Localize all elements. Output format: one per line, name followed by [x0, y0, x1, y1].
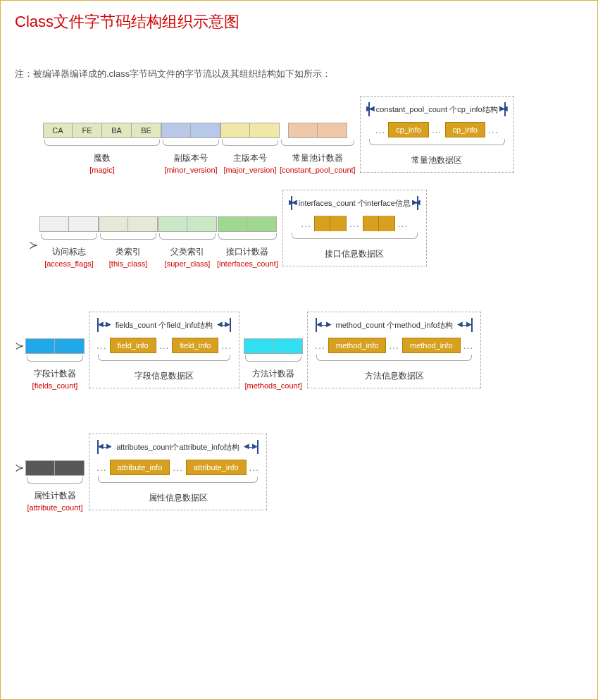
- interface-item: [314, 216, 347, 231]
- label-cn: 字段计数器: [34, 368, 76, 380]
- bar-label: constant_pool_count 个cp_info结构: [376, 104, 498, 115]
- interfaces-area: interfaces_count 个interface信息 ... ... ..…: [282, 190, 427, 266]
- major-byte: [250, 123, 280, 138]
- label-cn: 访问标志: [52, 246, 86, 258]
- block-magic: CA FE BA BE 魔数 [magic]: [43, 123, 161, 174]
- ifcount-byte: [247, 216, 277, 232]
- method-info-item: method_info: [402, 338, 461, 353]
- label-cn: 接口计数器: [226, 246, 268, 258]
- cpcount-byte: [318, 123, 347, 138]
- area-label: 方法信息数据区: [365, 370, 424, 382]
- label-cn: 类索引: [116, 246, 141, 258]
- label-en: [super_class]: [165, 259, 211, 268]
- row-4: ≻ 属性计数器 [attribute_count] attributes_cou…: [15, 439, 583, 512]
- block-cp-count: 常量池计数器 [constant_pool_count]: [280, 123, 356, 174]
- this-byte: [99, 216, 128, 232]
- bar-label: fields_count 个field_info结构: [116, 320, 213, 331]
- fields-area: fields_count 个field_info结构 ... field_inf…: [89, 312, 239, 388]
- access-byte: [39, 216, 69, 232]
- row-2: ≻ 访问标志 [access_flags] 类索引 [this_class]: [29, 216, 583, 268]
- area-label: 接口信息数据区: [325, 248, 384, 260]
- label-cn: 属性计数器: [34, 490, 76, 502]
- block-attributes-count: 属性计数器 [attribute_count]: [25, 460, 85, 512]
- block-fields-count: 字段计数器 [fields_count]: [25, 338, 85, 390]
- range-arrow: fields_count 个field_info结构: [96, 318, 232, 332]
- acount-byte: [55, 460, 85, 476]
- magic-byte: BE: [132, 123, 161, 138]
- range-arrow: attributes_count个attribute_info结构: [96, 440, 259, 454]
- fcount-byte: [25, 338, 55, 354]
- label-en: [attribute_count]: [27, 503, 83, 512]
- range-arrow: constant_pool_count 个cp_info结构: [368, 102, 506, 116]
- constant-pool-area: constant_pool_count 个cp_info结构 ... cp_in…: [360, 96, 514, 173]
- label-cn: 父类索引: [170, 246, 204, 258]
- mcount-byte: [244, 338, 273, 354]
- ellipsis-icon: ...: [315, 340, 325, 351]
- acount-byte: [25, 460, 55, 476]
- major-byte: [220, 123, 250, 138]
- method-info-item: method_info: [328, 338, 387, 353]
- super-byte: [158, 216, 187, 232]
- diagram-note: 注：被编译器编译成的.class字节码文件的字节流以及其组织结构如下如所示：: [15, 68, 583, 80]
- diagram-page: Class文件字节码结构组织示意图 注：被编译器编译成的.class字节码文件的…: [0, 0, 598, 700]
- interface-item: [363, 216, 395, 231]
- block-methods-count: 方法计数器 [methods_count]: [244, 338, 303, 390]
- super-byte: [187, 216, 217, 232]
- label-cn: 副版本号: [174, 152, 208, 164]
- fcount-byte: [55, 338, 85, 354]
- methods-area: method_count 个method_info结构 ... method_i…: [307, 312, 481, 388]
- label-cn: 主版本号: [233, 152, 267, 164]
- ellipsis-icon: ...: [375, 124, 386, 135]
- row-1: CA FE BA BE 魔数 [magic] 副版本号 [minor_versi…: [43, 123, 583, 174]
- diagram-title: Class文件字节码结构组织示意图: [15, 11, 583, 32]
- label-cn: 常量池计数器: [292, 152, 343, 164]
- range-arrow: interfaces_count 个interface信息: [290, 196, 419, 210]
- row-3: ≻ 字段计数器 [fields_count] fields_count 个fie…: [15, 317, 583, 390]
- ellipsis-icon: ...: [398, 218, 409, 229]
- minor-byte: [191, 123, 220, 138]
- ellipsis-icon: ...: [159, 340, 170, 351]
- label-en: [major_version]: [223, 166, 276, 174]
- block-minor-version: 副版本号 [minor_version]: [161, 123, 220, 174]
- continuation-arrow-icon: ≻: [29, 238, 38, 253]
- cpcount-byte: [288, 123, 318, 138]
- field-info-item: field_info: [110, 338, 156, 353]
- label-en: [interfaces_count]: [217, 259, 278, 268]
- attribute-info-item: attribute_info: [186, 460, 247, 475]
- block-this-class: 类索引 [this_class]: [99, 216, 158, 268]
- minor-byte: [161, 123, 191, 138]
- bar-label: attributes_count个attribute_info结构: [116, 442, 239, 453]
- cp-info-item: cp_info: [388, 122, 428, 137]
- mcount-byte: [273, 338, 303, 354]
- continuation-arrow-icon: ≻: [15, 338, 24, 354]
- ellipsis-icon: ...: [349, 218, 360, 229]
- range-arrow: method_count 个method_info结构: [315, 318, 473, 332]
- label-en: [magic]: [89, 166, 114, 174]
- ellipsis-icon: ...: [96, 462, 107, 473]
- access-byte: [69, 216, 99, 232]
- ellipsis-icon: ...: [249, 462, 260, 473]
- label-en: [this_class]: [109, 259, 147, 268]
- ellipsis-icon: ...: [301, 218, 311, 229]
- block-major-version: 主版本号 [major_version]: [220, 123, 280, 174]
- ellipsis-icon: ...: [488, 124, 499, 135]
- ellipsis-icon: ...: [432, 124, 442, 135]
- field-info-item: field_info: [172, 338, 218, 353]
- attribute-info-item: attribute_info: [110, 460, 170, 475]
- magic-byte: FE: [73, 123, 102, 138]
- label-en: [fields_count]: [32, 381, 78, 390]
- ellipsis-icon: ...: [463, 340, 474, 351]
- magic-byte: BA: [102, 123, 132, 138]
- label-en: [access_flags]: [44, 259, 94, 268]
- cp-info-item: cp_info: [445, 122, 485, 137]
- area-label: 字段信息数据区: [135, 370, 194, 382]
- ellipsis-icon: ...: [96, 340, 107, 351]
- area-label: 属性信息数据区: [149, 492, 208, 504]
- block-super-class: 父类索引 [super_class]: [158, 216, 217, 268]
- block-interfaces-count: 接口计数器 [interfaces_count]: [217, 216, 278, 268]
- label-en: [methods_count]: [244, 381, 301, 390]
- label-en: [minor_version]: [164, 166, 217, 174]
- ellipsis-icon: ...: [221, 340, 232, 351]
- ifcount-byte: [218, 216, 247, 232]
- attributes-area: attributes_count个attribute_info结构 ... at…: [89, 434, 267, 510]
